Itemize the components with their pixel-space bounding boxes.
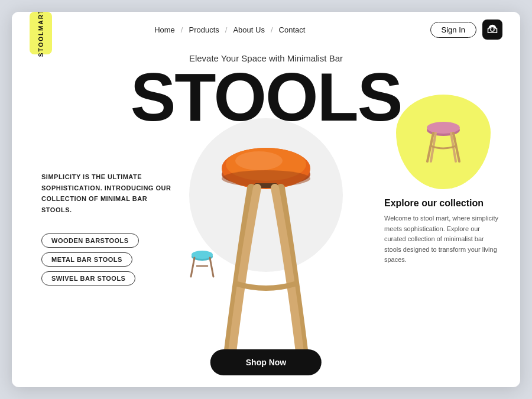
- logo-badge: STOOLMART: [30, 12, 52, 54]
- tag-wooden[interactable]: WOODEN BARSTOOLS: [41, 233, 139, 248]
- yellow-shield-bg: [396, 95, 491, 189]
- pink-stool-svg: [417, 115, 470, 168]
- camera-icon: [487, 24, 498, 35]
- hero-section: Elevate Your Space with Minimalist Bar S…: [12, 47, 520, 387]
- brand-name: STOOLMART: [38, 12, 44, 57]
- svg-point-3: [235, 151, 283, 170]
- main-stool-svg: [183, 83, 349, 387]
- nav-actions: Sign In: [430, 20, 502, 40]
- small-stool-image: [186, 248, 216, 278]
- tags-list: WOODEN BARSTOOLS METAL BAR STOOLS SWIVEL…: [41, 233, 171, 286]
- nav-sep-1: /: [179, 25, 186, 34]
- hero-left-content: SIMPLICITY IS THE ULTIMATE SOPHISTICATIO…: [41, 171, 171, 286]
- nav-about[interactable]: About Us: [229, 25, 268, 34]
- nav-contact[interactable]: Contact: [275, 25, 309, 34]
- right-panel: Explore our collection Welcome to stool …: [384, 95, 502, 265]
- explore-title: Explore our collection: [384, 198, 502, 209]
- camera-button[interactable]: [482, 20, 502, 40]
- nav-sep-2: /: [223, 25, 230, 34]
- explore-section: Explore our collection Welcome to stool …: [384, 198, 502, 265]
- nav-links: Home / Products / About Us / Contact: [151, 25, 309, 34]
- sign-in-button[interactable]: Sign In: [430, 22, 476, 38]
- hero-tagline: SIMPLICITY IS THE ULTIMATE SOPHISTICATIO…: [41, 171, 171, 216]
- nav-sep-3: /: [268, 25, 275, 34]
- browser-window: STOOLMART Home / Products / About Us / C…: [12, 12, 520, 387]
- svg-line-12: [191, 258, 194, 277]
- main-stool-image: [177, 83, 355, 378]
- nav-home[interactable]: Home: [151, 25, 179, 34]
- small-stool-svg: [186, 248, 219, 281]
- tag-metal[interactable]: METAL BAR STOOLS: [41, 252, 132, 267]
- tag-swivel[interactable]: SWIVEL BAR STOOLS: [41, 271, 135, 286]
- explore-description: Welcome to stool mart, where simplicity …: [384, 213, 502, 265]
- navbar: STOOLMART Home / Products / About Us / C…: [12, 12, 520, 47]
- nav-products[interactable]: Products: [185, 25, 222, 34]
- cta-button[interactable]: Shop Now: [210, 349, 322, 375]
- svg-point-16: [427, 122, 460, 134]
- svg-line-13: [210, 258, 213, 277]
